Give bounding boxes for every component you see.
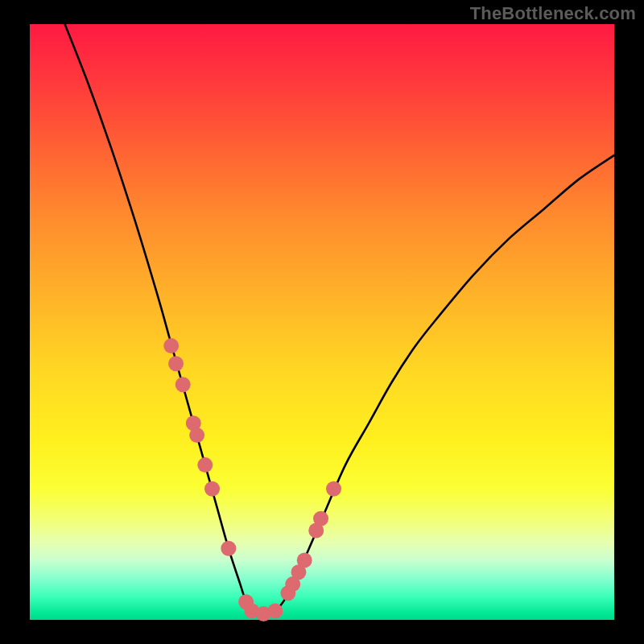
highlight-dots xyxy=(163,338,341,621)
highlight-dot xyxy=(221,541,236,556)
highlight-dot xyxy=(189,427,204,443)
highlight-dot xyxy=(326,481,341,497)
curve-svg xyxy=(30,24,614,620)
highlight-dot xyxy=(197,457,213,473)
watermark-label: TheBottleneck.com xyxy=(470,3,636,24)
highlight-dot xyxy=(175,377,191,392)
highlight-dot xyxy=(267,603,283,618)
highlight-dot xyxy=(297,553,312,568)
bottleneck-curve xyxy=(65,24,614,614)
highlight-dot xyxy=(313,511,328,526)
chart-frame: TheBottleneck.com xyxy=(0,0,644,644)
highlight-dot xyxy=(163,338,179,353)
plot-area xyxy=(30,24,614,620)
highlight-dot xyxy=(168,356,184,371)
highlight-dot xyxy=(204,481,220,497)
